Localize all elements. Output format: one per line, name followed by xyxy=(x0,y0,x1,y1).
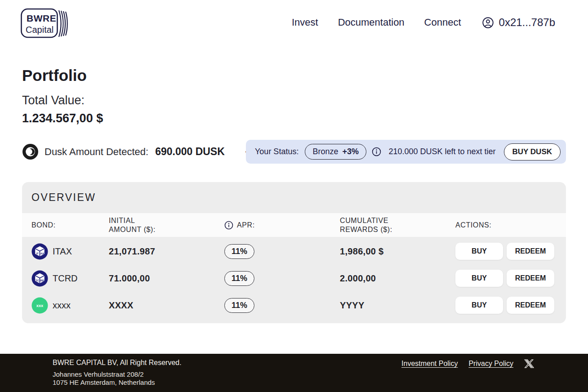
rewards-value: 1,986,00 $ xyxy=(340,246,455,257)
tier-bonus: +3% xyxy=(342,147,359,156)
status-label: Your Status: xyxy=(255,147,298,156)
bond-cell: xxx xxxx xyxy=(31,297,109,314)
tcrd-token-icon: TC RD xyxy=(31,270,48,287)
footer: BWRE CAPITAL BV, All Right Reserved. Joh… xyxy=(0,354,588,392)
overview-title-band: OVERVIEW xyxy=(22,182,566,213)
actions-cell: BUY REDEEM xyxy=(455,243,566,260)
svg-text:AX: AX xyxy=(40,251,45,254)
account-circle-icon xyxy=(482,17,494,29)
page-title: Portfolio xyxy=(22,67,87,85)
privacy-policy-link[interactable]: Privacy Policy xyxy=(468,360,513,368)
redeem-button[interactable]: REDEEM xyxy=(507,270,554,287)
dusk-token-icon xyxy=(22,143,39,160)
top-navigation-bar: BWRE Capital Invest Documentation Connec… xyxy=(0,0,588,45)
actions-cell: BUY REDEEM xyxy=(455,270,566,287)
apr-cell: 11% xyxy=(224,244,340,259)
table-row-tcrd: TC RD TCRD 71.000,00 11% 2.000,00 BUY RE… xyxy=(22,265,566,292)
bond-symbol: ITAX xyxy=(53,246,72,257)
col-apr: APR: xyxy=(224,221,340,230)
col-initial-amount: INITIAL AMOUNT ($): xyxy=(109,216,165,234)
overview-rows: IT AX ITAX 21,071.987 11% 1,986,00 $ BUY… xyxy=(22,237,566,323)
table-row-itax: IT AX ITAX 21,071.987 11% 1,986,00 $ BUY… xyxy=(22,238,566,265)
col-bond: BOND: xyxy=(31,221,109,230)
svg-text:TC: TC xyxy=(36,278,40,281)
col-actions: ACTIONS: xyxy=(455,221,566,230)
apr-cell: 11% xyxy=(224,298,340,313)
rewards-value: YYYY xyxy=(340,300,455,311)
total-value: 1.234.567,00 $ xyxy=(22,111,103,125)
redeem-button[interactable]: REDEEM xyxy=(507,243,554,260)
overview-panel: OVERVIEW BOND: INITIAL AMOUNT ($): APR: … xyxy=(22,182,566,323)
tier-name: Bronze xyxy=(312,147,338,156)
apr-info-icon[interactable] xyxy=(224,221,233,230)
footer-links: Investment Policy Privacy Policy xyxy=(401,359,534,369)
col-cumulative-rewards: CUMULATIVE REWARDS ($): xyxy=(340,216,396,234)
status-info-icon[interactable] xyxy=(372,147,381,156)
table-row-xxxx: xxx xxxx XXXX 11% YYYY BUY REDEEM xyxy=(22,292,566,319)
svg-text:BWRE: BWRE xyxy=(27,13,56,23)
apr-pill: 11% xyxy=(224,244,254,259)
x-social-icon[interactable] xyxy=(524,359,534,369)
investment-policy-link[interactable]: Investment Policy xyxy=(401,360,458,368)
svg-text:xxx: xxx xyxy=(36,303,44,308)
next-tier-remaining: 210.000 DUSK left to next tier xyxy=(388,147,495,156)
nav-connect[interactable]: Connect xyxy=(424,17,461,28)
overview-title: OVERVIEW xyxy=(31,192,96,204)
bond-symbol: xxxx xyxy=(53,300,71,311)
svg-text:RD: RD xyxy=(40,278,44,281)
total-value-label: Total Value: xyxy=(22,94,85,107)
initial-amount-value: 71.000,00 xyxy=(109,273,224,284)
apr-cell: 11% xyxy=(224,271,340,286)
bond-cell: IT AX ITAX xyxy=(31,243,109,260)
redeem-button[interactable]: REDEEM xyxy=(507,297,554,314)
buy-button[interactable]: BUY xyxy=(455,297,503,314)
status-bar: Your Status: Bronze +3% 210.000 DUSK lef… xyxy=(246,140,566,164)
initial-amount-value: 21,071.987 xyxy=(109,246,224,257)
overview-header-row: BOND: INITIAL AMOUNT ($): APR: CUMULATIV… xyxy=(22,213,566,237)
nav-documentation[interactable]: Documentation xyxy=(338,17,405,28)
tier-pill[interactable]: Bronze +3% xyxy=(305,144,366,160)
apr-pill: 11% xyxy=(224,298,254,313)
svg-text:Capital: Capital xyxy=(26,25,53,35)
apr-pill: 11% xyxy=(224,271,254,286)
itax-token-icon: IT AX xyxy=(31,243,48,260)
wallet-menu[interactable]: 0x21...787b xyxy=(482,16,555,29)
footer-company-block: BWRE CAPITAL BV, All Right Reserved. Joh… xyxy=(53,359,182,387)
dusk-amount-value: 690.000 DUSK xyxy=(155,146,225,158)
dusk-detected-row: Dusk Amount Detected: 690.000 DUSK ⟶ xyxy=(22,140,262,164)
page: BWRE Capital Invest Documentation Connec… xyxy=(0,0,588,392)
xxxx-token-icon: xxx xyxy=(31,297,48,314)
footer-address-line2: 1075 HE Amsterdam, Netherlands xyxy=(53,379,182,387)
dusk-amount-label: Dusk Amount Detected: xyxy=(45,146,148,158)
bwre-capital-logo[interactable]: BWRE Capital xyxy=(21,8,69,40)
footer-address-line1: Johannes Verhulststraat 208/2 xyxy=(53,370,182,379)
nav-invest[interactable]: Invest xyxy=(292,17,318,28)
buy-dusk-button[interactable]: BUY DUSK xyxy=(504,143,561,160)
wallet-address: 0x21...787b xyxy=(499,16,555,29)
buy-button[interactable]: BUY xyxy=(455,270,503,287)
rewards-value: 2.000,00 xyxy=(340,273,455,284)
actions-cell: BUY REDEEM xyxy=(455,297,566,314)
logo-graphic: BWRE Capital xyxy=(21,8,69,40)
svg-text:IT: IT xyxy=(36,251,39,254)
footer-company: BWRE CAPITAL BV, All Right Reserved. xyxy=(53,359,182,367)
bond-cell: TC RD TCRD xyxy=(31,270,109,287)
bond-symbol: TCRD xyxy=(53,273,78,284)
main-nav: Invest Documentation Connect 0x21...787b xyxy=(292,0,555,45)
initial-amount-value: XXXX xyxy=(109,300,224,311)
buy-button[interactable]: BUY xyxy=(455,243,503,260)
col-apr-label: APR: xyxy=(237,221,255,230)
